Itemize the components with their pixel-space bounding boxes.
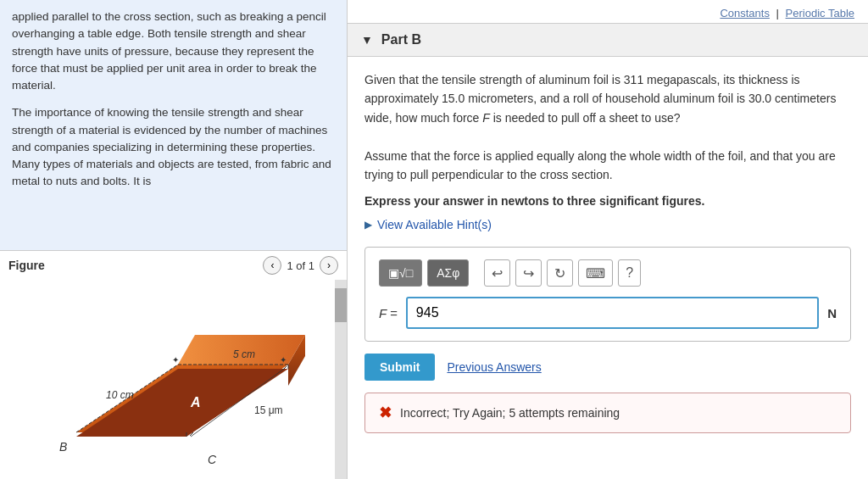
redo-btn[interactable]: ↪ — [515, 259, 542, 287]
problem-text-2: is needed to pull off a sheet to use? — [493, 111, 681, 125]
part-b-header: ▼ Part B — [348, 23, 868, 57]
constants-link[interactable]: Constants — [720, 7, 770, 19]
keyboard-btn[interactable]: ⌨ — [578, 259, 613, 287]
answer-f-label: F — [379, 306, 387, 320]
link-separator: | — [776, 7, 779, 19]
figure-page: 1 of 1 — [287, 259, 314, 272]
top-links: Constants | Periodic Table — [348, 0, 868, 23]
part-b-label: Part B — [381, 32, 421, 47]
svg-text:C: C — [208, 453, 217, 466]
figure-next-btn[interactable]: › — [320, 256, 338, 275]
toolbar: ▣√□ ΑΣφ ↩ ↪ ↻ ⌨ ? — [379, 259, 837, 287]
answer-input[interactable] — [406, 297, 819, 329]
svg-marker-3 — [76, 369, 288, 437]
part-b-collapse-icon[interactable]: ▼ — [361, 33, 373, 47]
error-text: Incorrect; Try Again; 5 attempts remaini… — [400, 406, 620, 420]
svg-text:A: A — [190, 395, 201, 409]
svg-text:✦: ✦ — [280, 355, 287, 365]
answer-unit: N — [827, 306, 837, 320]
error-box: ✖ Incorrect; Try Again; 5 attempts remai… — [364, 393, 851, 433]
matrix-sqrt-icon: ▣√□ — [388, 266, 413, 280]
refresh-icon: ↻ — [554, 265, 565, 281]
undo-btn[interactable]: ↩ — [484, 259, 510, 287]
answer-row: F = N — [379, 297, 837, 329]
hint-arrow-icon: ▶ — [364, 219, 372, 231]
problem-text-3: Assume that the force is applied equally… — [364, 149, 836, 181]
left-text-area: applied parallel to the cross section, s… — [0, 0, 347, 250]
sigma-label: ΑΣφ — [437, 266, 459, 280]
express-line: Express your answer in newtons to three … — [364, 194, 851, 208]
left-panel: applied parallel to the cross section, s… — [0, 0, 348, 479]
figure-nav: ‹ 1 of 1 › — [263, 256, 338, 275]
svg-text:10 cm: 10 cm — [106, 389, 134, 401]
help-icon: ? — [626, 265, 633, 281]
left-text-scroll[interactable]: applied parallel to the cross section, s… — [0, 0, 347, 250]
help-btn[interactable]: ? — [618, 259, 641, 287]
error-icon: ✖ — [379, 404, 392, 422]
action-row: Submit Previous Answers — [364, 354, 851, 381]
submit-button[interactable]: Submit — [364, 354, 435, 381]
part-b-content: Given that the tensile strength of alumi… — [348, 57, 868, 447]
sigma-btn[interactable]: ΑΣφ — [427, 259, 469, 287]
hint-toggle[interactable]: ▶ View Available Hint(s) — [364, 218, 851, 231]
figure-bar: Figure ‹ 1 of 1 › — [0, 250, 347, 280]
svg-text:15 μm: 15 μm — [254, 404, 283, 416]
hint-label[interactable]: View Available Hint(s) — [377, 218, 492, 231]
problem-description: Given that the tensile strength of alumi… — [364, 70, 851, 184]
left-paragraph-2: The importance of knowing the tensile st… — [12, 104, 335, 190]
answer-box: ▣√□ ΑΣφ ↩ ↪ ↻ ⌨ ? — [364, 247, 851, 342]
svg-text:✦: ✦ — [172, 355, 179, 365]
refresh-btn[interactable]: ↻ — [547, 259, 573, 287]
periodic-table-link[interactable]: Periodic Table — [786, 7, 854, 19]
svg-text:B: B — [59, 440, 67, 454]
figure-svg: 10 cm 5 cm A 15 μm B C ✦ ✦ — [25, 288, 331, 475]
undo-icon: ↩ — [492, 265, 503, 281]
right-panel: Constants | Periodic Table ▼ Part B Give… — [348, 0, 868, 479]
matrix-sqrt-btn[interactable]: ▣√□ — [379, 259, 422, 287]
svg-text:5 cm: 5 cm — [233, 348, 255, 360]
figure-scrollbar[interactable] — [335, 280, 347, 479]
left-paragraph-1: applied parallel to the cross section, s… — [12, 8, 335, 94]
force-variable: F — [482, 111, 490, 125]
figure-image-area: 10 cm 5 cm A 15 μm B C ✦ ✦ — [0, 280, 347, 479]
answer-label: F = — [379, 306, 398, 320]
figure-scrollbar-thumb — [335, 288, 347, 322]
keyboard-icon: ⌨ — [586, 265, 605, 281]
redo-icon: ↪ — [523, 265, 534, 281]
figure-label: Figure — [8, 259, 45, 272]
previous-answers-link[interactable]: Previous Answers — [447, 360, 541, 374]
figure-prev-btn[interactable]: ‹ — [263, 256, 281, 275]
